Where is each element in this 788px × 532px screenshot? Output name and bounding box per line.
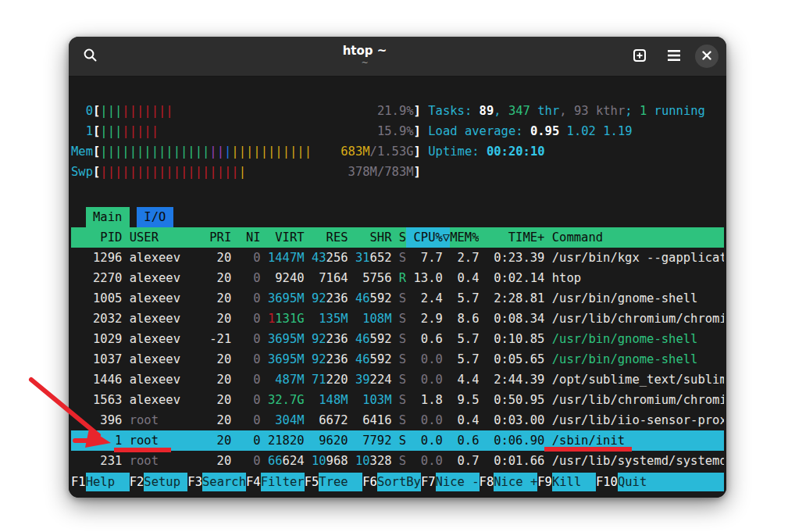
process-row-selected[interactable]: 1root2002182096207792S0.0 0.60:06.90/sbi… [71, 430, 724, 451]
tab-io[interactable]: I/O [137, 207, 173, 227]
column-header-s[interactable]: S [399, 227, 406, 248]
fkey-help[interactable]: F1Help [71, 473, 130, 491]
column-header-cpu[interactable]: CPU% [406, 227, 443, 248]
cell-pid: 396 [71, 410, 122, 430]
process-row[interactable]: 2270alexeev200924071645756R13.0 0.40:02.… [71, 268, 724, 288]
column-header-shr[interactable]: SHR [355, 227, 392, 248]
cell-s: S [399, 390, 406, 410]
fkey-key-label: F6 [362, 473, 377, 491]
cell-pid: 1029 [71, 329, 122, 349]
meter-bars: |||||||||| [100, 101, 173, 121]
cell-cmd: /usr/lib/chromium/chromi [552, 309, 724, 329]
meter-bar-run: ||||||||||| [231, 145, 312, 159]
fkey-action-label: Help [86, 473, 130, 491]
cell-pri: -21 [209, 329, 231, 349]
meter-bar-run: | [224, 145, 231, 159]
cell-s: S [399, 309, 406, 329]
cell-user: alexeev [130, 309, 210, 329]
cell-time: 0:06.90 [487, 430, 545, 451]
htop-header-area: 0[||||||||||21.9%]1[||||||||15.9%]Mem[||… [71, 101, 724, 182]
fkey-action-label: Nice + [494, 473, 537, 491]
process-row[interactable]: 1037alexeev2003695M9223646592S0.0 5.70:0… [71, 349, 724, 370]
cell-ni: 0 [239, 410, 261, 430]
process-row[interactable]: 396root200304M66726416S0.0 0.40:03.00/us… [71, 410, 724, 430]
process-row[interactable]: 1005alexeev2003695M9223646592S2.4 5.72:2… [71, 288, 724, 309]
column-header-ni[interactable]: NI [239, 227, 261, 248]
cell-mem: 0.6 [450, 430, 479, 451]
process-row[interactable]: 231root200666241096810328S0.0 0.70:01.66… [71, 451, 724, 471]
tab-main[interactable]: Main [86, 207, 130, 227]
cell-ni: 0 [239, 288, 261, 309]
fkey-key-label: F4 [246, 473, 261, 491]
fkey-kill[interactable]: F9Kill [537, 473, 596, 491]
meter-track: ||||||||15.9% [100, 121, 413, 141]
column-header-mem[interactable]: MEM% [450, 227, 479, 248]
process-row[interactable]: 1446alexeev200487M7122039224S0.0 4.42:44… [71, 370, 724, 390]
cell-ni: 0 [239, 329, 261, 349]
fkey-setup[interactable]: F2Setup [130, 473, 188, 491]
fkey-search[interactable]: F3Search [187, 473, 246, 491]
fkey-nice[interactable]: F8Nice + [480, 473, 538, 491]
cell-cmd: /usr/bin/kgx --gapplicat [552, 248, 724, 268]
meter-label: Mem [71, 141, 93, 162]
cell-cpu: 0.0 [406, 451, 443, 471]
column-header-time[interactable]: TIME+ [487, 227, 545, 248]
cell-sort [443, 288, 450, 309]
meter-bracket-right: ] [414, 101, 421, 121]
cell-user: root [130, 430, 210, 451]
cell-cmd: /opt/sublime_text/sublim [552, 370, 724, 390]
fkey-quit[interactable]: F10Quit [596, 473, 724, 491]
cell-s: R [399, 268, 406, 288]
cell-time: 0:23.39 [487, 248, 545, 268]
column-header-pid[interactable]: PID [71, 227, 122, 248]
cell-pri: 20 [209, 430, 231, 451]
fkey-nice[interactable]: F7Nice - [421, 473, 480, 491]
cell-mem: 5.7 [450, 329, 479, 349]
cell-res: 7164 [312, 268, 348, 288]
cell-res: 6672 [312, 410, 348, 430]
fkey-filter[interactable]: F4Filter [246, 473, 305, 491]
search-button[interactable] [77, 43, 103, 70]
cell-time: 0:02.14 [487, 268, 545, 288]
cell-s: S [399, 288, 406, 309]
column-header-pri[interactable]: PRI [209, 227, 231, 248]
process-row[interactable]: 2032alexeev2001131G135M108MS2.9 8.60:08.… [71, 309, 724, 329]
cell-shr: 39224 [355, 370, 392, 390]
cell-cpu: 2.4 [406, 288, 443, 309]
cell-user: alexeev [130, 268, 210, 288]
column-header-user[interactable]: USER [130, 227, 210, 248]
cell-virt: 9240 [268, 268, 305, 288]
column-header-res[interactable]: RES [312, 227, 348, 248]
process-row[interactable]: 1029alexeev-2103695M9223646592S0.6 5.70:… [71, 329, 724, 349]
column-header-virt[interactable]: VIRT [268, 227, 305, 248]
cell-cpu: 1.8 [406, 390, 443, 410]
cell-res: 43256 [312, 248, 348, 268]
cell-cpu: 2.9 [406, 309, 443, 329]
close-button[interactable] [695, 45, 718, 68]
cell-pid: 1563 [71, 390, 122, 410]
new-tab-button[interactable] [626, 43, 653, 70]
column-header-cmd[interactable]: Command [552, 227, 724, 248]
menu-button[interactable] [661, 43, 687, 70]
fkey-tree[interactable]: F5Tree [305, 473, 363, 491]
cell-pri: 20 [209, 370, 231, 390]
cell-ni: 0 [239, 309, 261, 329]
process-row[interactable]: 1296alexeev2001447M4325631652S7.7 2.70:2… [71, 248, 724, 268]
meter-0: 0[||||||||||21.9%] [71, 101, 421, 121]
fkey-key-label: F1 [71, 473, 86, 491]
cell-pri: 20 [209, 390, 231, 410]
cell-user: root [130, 451, 210, 471]
fkey-sortby[interactable]: F6SortBy [362, 473, 421, 491]
cell-mem: 5.7 [450, 288, 479, 309]
cell-mem: 0.7 [450, 451, 479, 471]
cell-sort [443, 430, 450, 451]
cell-shr: 31652 [355, 248, 392, 268]
column-header-sort[interactable]: ▽ [443, 227, 450, 248]
cell-shr: 103M [355, 390, 392, 410]
cell-user: alexeev [130, 349, 210, 370]
meter-bar-run: ||||| [122, 124, 159, 138]
cell-cpu: 13.0 [406, 268, 443, 288]
cell-ni: 0 [239, 390, 261, 410]
cell-user: alexeev [130, 329, 210, 349]
process-row[interactable]: 1563alexeev20032.7G148M103MS1.8 9.50:50.… [71, 390, 724, 410]
